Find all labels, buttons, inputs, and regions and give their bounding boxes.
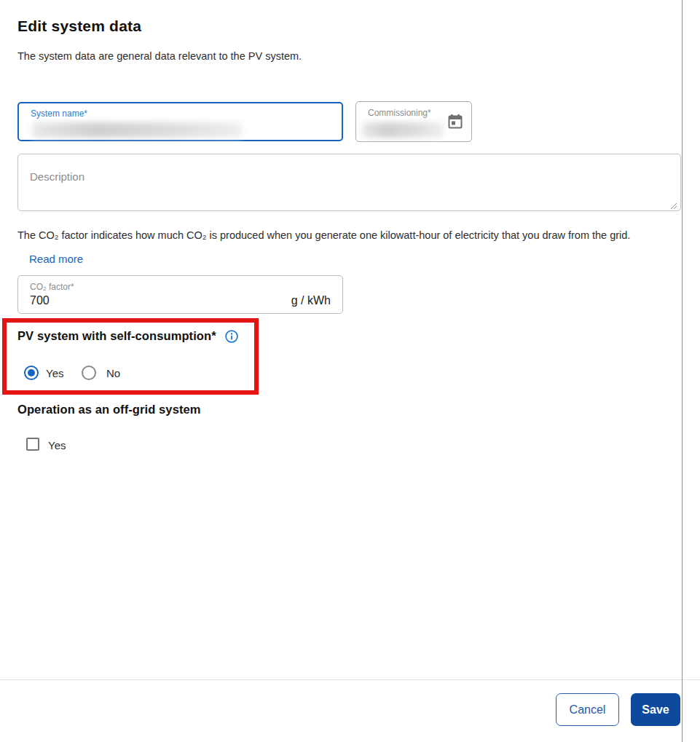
off-grid-yes-checkbox[interactable] (26, 438, 39, 451)
resize-handle-icon[interactable] (669, 200, 677, 208)
dialog-title: Edit system data (17, 17, 141, 35)
co2-info-text: The CO₂ factor indicates how much CO₂ is… (17, 229, 682, 241)
radio-self-consumption-yes[interactable] (24, 366, 39, 380)
dialog-subtitle: The system data are general data relevan… (17, 50, 302, 62)
system-name-field[interactable]: System name* (17, 102, 343, 141)
commissioning-label: Commissioning* (368, 108, 431, 118)
radio-self-consumption-no[interactable] (82, 366, 96, 380)
commissioning-redacted-value (362, 122, 444, 138)
system-name-redacted-value (32, 122, 242, 138)
off-grid-checkbox-label[interactable]: Yes (48, 439, 66, 451)
off-grid-heading: Operation as an off-grid system (17, 403, 201, 417)
description-field[interactable]: Description (17, 154, 681, 211)
edit-system-data-dialog: Edit system data The system data are gen… (0, 0, 700, 742)
radio-selected-dot (28, 369, 35, 376)
info-icon[interactable] (224, 329, 239, 344)
save-button[interactable]: Save (631, 693, 680, 726)
description-placeholder: Description (30, 170, 84, 183)
co2-factor-value[interactable]: 700 (30, 294, 50, 307)
read-more-link[interactable]: Read more (29, 253, 83, 265)
co2-factor-unit: g / kWh (291, 294, 331, 307)
cancel-button[interactable]: Cancel (556, 693, 619, 726)
co2-factor-label: CO₂ factor* (30, 282, 74, 292)
commissioning-field[interactable]: Commissioning* (355, 101, 472, 142)
co2-factor-field[interactable]: CO₂ factor* 700 g / kWh (17, 275, 343, 314)
dialog-right-edge (682, 0, 683, 742)
calendar-icon[interactable] (446, 112, 465, 131)
system-name-label: System name* (31, 108, 87, 119)
radio-label-yes[interactable]: Yes (46, 367, 63, 379)
radio-label-no[interactable]: No (106, 367, 120, 379)
footer-divider (0, 679, 700, 680)
self-consumption-heading: PV system with self-consumption* (17, 329, 216, 343)
